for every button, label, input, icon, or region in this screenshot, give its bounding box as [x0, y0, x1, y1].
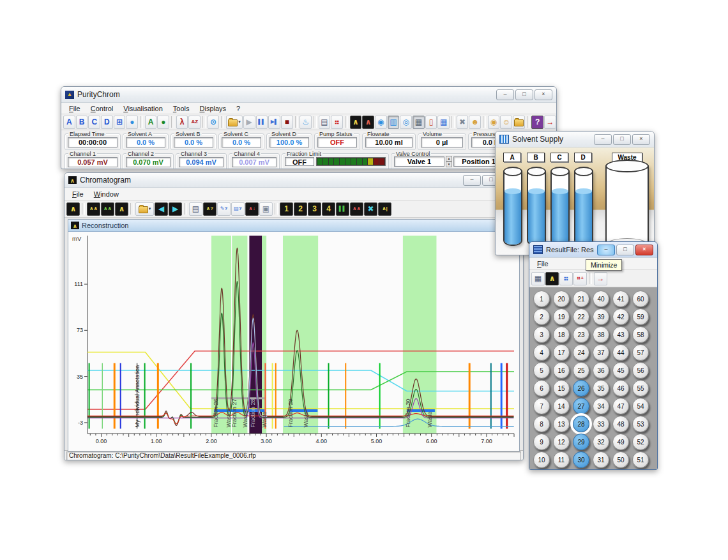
fraction-15[interactable]: 15: [553, 380, 570, 397]
autozero-a-button[interactable]: A: [145, 116, 157, 129]
baseline-tool-button[interactable]: ∧|: [378, 202, 391, 216]
fraction-29[interactable]: 29: [573, 434, 589, 450]
fraction-marks-button[interactable]: ∧∧: [350, 202, 363, 216]
purge-valve-button[interactable]: ⊙: [208, 116, 220, 129]
exit-button[interactable]: →: [544, 116, 556, 129]
wavelength-az-button[interactable]: AZ: [188, 116, 201, 129]
reconstruction-plot[interactable]: mV1117335-30.001.002.003.004.005.006.007…: [68, 232, 518, 450]
chromatogram-edit-button[interactable]: ∧: [362, 116, 374, 129]
fraction-8[interactable]: 8: [533, 416, 550, 432]
fraction-13[interactable]: 13: [553, 416, 570, 432]
fraction-31[interactable]: 31: [593, 451, 609, 468]
main-menu-tools[interactable]: Tools: [168, 104, 195, 113]
detector-d-button[interactable]: D: [101, 116, 113, 129]
online-view-button[interactable]: ∧: [66, 202, 80, 216]
fraction-41[interactable]: 41: [612, 291, 629, 307]
dropdown-caret-icon[interactable]: ▾: [149, 206, 151, 211]
solvent-supply-titlebar[interactable]: Solvent Supply – □ ×: [496, 132, 654, 148]
threshold-lines-button[interactable]: ✖: [364, 202, 377, 216]
fraction-24[interactable]: 24: [573, 344, 589, 361]
fraction-44[interactable]: 44: [612, 344, 629, 361]
fraction-33[interactable]: 33: [593, 416, 609, 432]
detector-all-button[interactable]: ⊞: [114, 116, 126, 129]
login-button[interactable]: ☺: [500, 116, 512, 129]
fraction-18[interactable]: 18: [553, 326, 570, 343]
fraction-32[interactable]: 32: [593, 434, 609, 450]
fraction-4[interactable]: 4: [533, 344, 550, 361]
fraction-34[interactable]: 34: [593, 398, 609, 414]
fraction-20[interactable]: 20: [553, 291, 570, 307]
next-chromatogram-button[interactable]: ▶: [169, 202, 182, 216]
main-menu-help[interactable]: ?: [231, 104, 245, 113]
fraction-57[interactable]: 57: [632, 344, 649, 361]
fraction-49[interactable]: 49: [612, 434, 629, 450]
channel-2-view-button[interactable]: 2: [294, 202, 307, 216]
fraction-36[interactable]: 36: [593, 362, 609, 379]
resultfile-menu-file[interactable]: File: [532, 259, 554, 268]
close-button[interactable]: ×: [635, 245, 653, 255]
sample-sequence-button[interactable]: ⠶: [331, 116, 343, 129]
wash-button[interactable]: ♨: [300, 116, 312, 129]
fraction-6[interactable]: 6: [533, 380, 550, 397]
fraction-bars-button[interactable]: ▌▌: [336, 202, 349, 216]
close-button[interactable]: ×: [632, 134, 650, 145]
rack-view-button[interactable]: ▦: [531, 272, 545, 285]
minimize-button[interactable]: –: [594, 134, 612, 145]
fraction-45[interactable]: 45: [612, 362, 629, 379]
level-display-button[interactable]: ▯: [425, 116, 437, 129]
chromatogram-menu-window[interactable]: Window: [89, 190, 124, 199]
fraction-10[interactable]: 10: [533, 451, 550, 468]
minimize-button[interactable]: –: [496, 89, 514, 100]
step-button[interactable]: ▶▌: [268, 116, 280, 129]
fraction-21[interactable]: 21: [573, 291, 589, 307]
fraction-50[interactable]: 50: [612, 451, 629, 468]
puritychrom-titlebar[interactable]: ▲ PurityChrom – □ ×: [61, 87, 556, 103]
maximize-button[interactable]: □: [515, 89, 533, 100]
fraction-37[interactable]: 37: [593, 344, 609, 361]
fraction-47[interactable]: 47: [612, 398, 629, 414]
report-button[interactable]: ▤: [189, 202, 202, 216]
single-view-button[interactable]: ∧: [115, 202, 128, 216]
maximize-button[interactable]: □: [616, 245, 634, 255]
valve-1-spinner[interactable]: ▲▼: [446, 156, 452, 167]
column-store-button[interactable]: ◎: [400, 116, 412, 129]
resultfile-titlebar[interactable]: ResultFile: ResultFile... – □ ×: [529, 242, 657, 258]
users-button[interactable]: ☻: [469, 116, 481, 129]
fraction-54[interactable]: 54: [632, 398, 649, 414]
fraction-30[interactable]: 30: [573, 451, 589, 468]
fraction-56[interactable]: 56: [632, 362, 649, 379]
exit-button[interactable]: →: [594, 272, 607, 285]
solvent-drops-green-button[interactable]: ●: [157, 116, 169, 129]
reconstruction-titlebar[interactable]: ∧ Reconstruction: [68, 220, 519, 232]
print-button[interactable]: ▣: [259, 202, 273, 216]
main-menu-control[interactable]: Control: [86, 104, 118, 113]
fraction-55[interactable]: 55: [632, 380, 649, 397]
close-button[interactable]: ×: [535, 89, 552, 100]
main-menu-visualisation[interactable]: Visualisation: [118, 104, 168, 113]
fraction-43[interactable]: 43: [612, 326, 629, 343]
dropdown-caret-icon[interactable]: ▾: [238, 119, 241, 125]
open-result-button[interactable]: ▾: [135, 202, 154, 216]
open-method-button[interactable]: ▾: [226, 116, 243, 129]
fraction-59[interactable]: 59: [632, 308, 649, 325]
main-menu-file[interactable]: File: [64, 104, 86, 113]
calibration-info-button[interactable]: ▤?: [231, 202, 245, 216]
fraction-5[interactable]: 5: [533, 362, 550, 379]
fraction-51[interactable]: 51: [632, 451, 649, 468]
fraction-53[interactable]: 53: [632, 416, 649, 432]
settings-button[interactable]: ✖: [457, 116, 469, 129]
lock-button[interactable]: ◉: [488, 116, 500, 129]
fraction-35[interactable]: 35: [593, 380, 609, 397]
fraction-28[interactable]: 28: [573, 416, 589, 432]
fraction-14[interactable]: 14: [553, 398, 570, 414]
detector-c-button[interactable]: C: [88, 116, 100, 129]
chromatogram-menu-file[interactable]: File: [67, 190, 89, 199]
start-button[interactable]: ▶: [243, 116, 255, 129]
fraction-48[interactable]: 48: [612, 416, 629, 432]
method-editor-button[interactable]: ▤: [319, 116, 331, 129]
fraction-26[interactable]: 26: [573, 380, 589, 397]
fraction-11[interactable]: 11: [553, 451, 570, 468]
fraction-23[interactable]: 23: [573, 326, 589, 343]
fraction-16[interactable]: 16: [553, 362, 570, 379]
overlay-view-button[interactable]: ∧∧: [87, 202, 100, 216]
